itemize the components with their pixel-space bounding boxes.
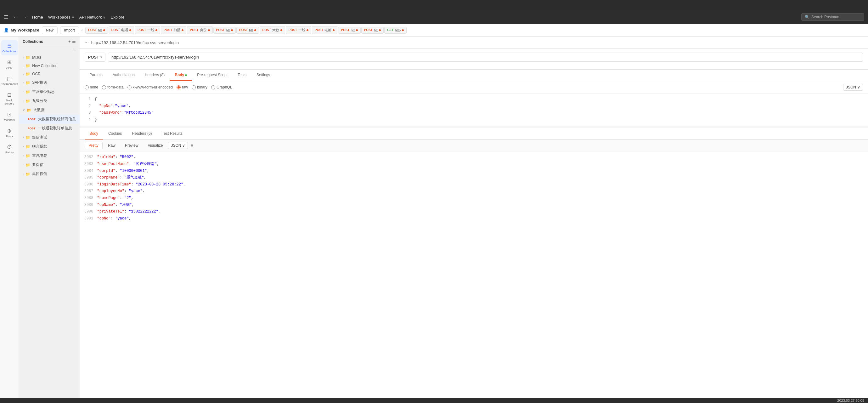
- tree-item-main-unit[interactable]: › 📁 主营单位贴息: [19, 87, 80, 96]
- top-nav: ☰ ← → Home Workspaces ∨ API Network ∨ Ex…: [0, 10, 868, 24]
- chevron-expanded-icon: ∨: [23, 108, 25, 112]
- radio-graphql[interactable]: GraphQL: [211, 85, 232, 89]
- search-bar[interactable]: 🔍 Search Postman: [801, 13, 864, 21]
- tree-item-group-credit[interactable]: › 📁 集团授信: [19, 169, 80, 179]
- sidebar-item-environments[interactable]: ⬚ Environments: [1, 73, 18, 88]
- resp-line-3990: 3990 "privateTel": "15022222222",: [80, 209, 868, 215]
- folder-icon: 📁: [26, 172, 30, 176]
- tree-item-sms-test[interactable]: › 📁 短信测试: [19, 133, 80, 142]
- resp-tab-cookies[interactable]: Cookies: [103, 128, 127, 140]
- tab-scan[interactable]: POST 扫描: [161, 26, 186, 34]
- forward-button[interactable]: →: [23, 14, 27, 20]
- radio-formdata[interactable]: form-data: [102, 85, 123, 89]
- folder-icon: 📁: [26, 64, 30, 68]
- mockservers-icon: ⊟: [7, 92, 11, 98]
- tab-identity[interactable]: POST 身份: [187, 26, 212, 34]
- tab-phone[interactable]: POST 电话: [108, 26, 134, 34]
- chevron-icon: ›: [23, 154, 24, 157]
- folder-icon: 📁: [26, 145, 30, 149]
- tree-item-yaobao[interactable]: › 📁 要保信: [19, 160, 80, 169]
- tab-esign[interactable]: POST 电签: [312, 26, 337, 34]
- url-input[interactable]: [108, 53, 863, 62]
- sidebar-item-apis[interactable]: ⊞ APIs: [1, 57, 18, 72]
- chevron-icon: ›: [23, 56, 24, 60]
- tree-more-options[interactable]: ···: [19, 46, 80, 54]
- workspaces-chevron: ∨: [72, 16, 74, 19]
- sidebar-item-collections[interactable]: ☰ Collections: [1, 40, 18, 55]
- tree-item-yixian-orders[interactable]: POST 一线通获取订单信息: [19, 124, 80, 133]
- radio-binary[interactable]: binary: [192, 85, 208, 89]
- tabs-scroll-left[interactable]: ‹: [82, 28, 83, 32]
- tab-htt-1[interactable]: POST htt: [85, 27, 107, 34]
- tree-item-new-collection[interactable]: › 📁 New Collection: [19, 62, 80, 70]
- back-button[interactable]: ←: [13, 14, 18, 20]
- sidebar-item-mockservers[interactable]: ⊟ Mock Servers: [1, 89, 18, 108]
- tree-item-mdg[interactable]: › 📁 MDG: [19, 54, 80, 62]
- content-area: ··· http://192.168.42.54:7019/mftcc-sys-…: [80, 36, 868, 398]
- request-body-editor[interactable]: 1 { 2 "opNo":"yace", 3 "password":"Mftcc…: [80, 94, 868, 126]
- resp-tab-body[interactable]: Body: [85, 128, 103, 140]
- api-network-link[interactable]: API Network ∨: [79, 15, 106, 20]
- wrap-button[interactable]: ≡: [190, 143, 193, 148]
- tab-yixian[interactable]: POST 一线: [135, 26, 160, 34]
- title-bar: [0, 0, 868, 10]
- response-body-content: 3982 "roleNo": "R002", 3983 "userPostNam…: [80, 151, 868, 398]
- new-button[interactable]: New: [42, 26, 58, 34]
- menu-icon[interactable]: ☰: [4, 14, 8, 20]
- workspace-bar: 👤 My Workspace New Import ‹ POST htt POS…: [0, 24, 868, 36]
- tab-prerequest[interactable]: Pre-request Script: [192, 69, 232, 81]
- json-chevron-icon: ∨: [182, 143, 185, 148]
- request-tab-bar: Params Authorization Headers (8) Body Pr…: [80, 69, 868, 81]
- collections-tree: Collections + ☰ ··· › 📁 MDG › 📁 New Co: [19, 36, 80, 398]
- format-visualize-button[interactable]: Visualize: [144, 142, 167, 149]
- resp-tab-testresults[interactable]: Test Results: [157, 128, 188, 140]
- tree-item-sap[interactable]: › 📁 SAP推送: [19, 78, 80, 87]
- tab-headers[interactable]: Headers (8): [140, 69, 169, 81]
- folder-icon: 📁: [26, 90, 30, 94]
- tab-get-http[interactable]: GET http: [384, 27, 407, 34]
- sidebar-item-history[interactable]: ⏱ History: [1, 142, 18, 156]
- list-view-button[interactable]: ☰: [72, 39, 76, 44]
- home-link[interactable]: Home: [32, 15, 43, 20]
- format-pretty-button[interactable]: Pretty: [85, 142, 102, 149]
- tab-settings[interactable]: Settings: [251, 69, 275, 81]
- import-button[interactable]: Import: [60, 26, 79, 34]
- tab-body[interactable]: Body: [169, 69, 192, 81]
- tree-item-bigdata-folder[interactable]: ∨ 📂 大数据: [19, 105, 80, 115]
- method-dropdown[interactable]: POST ▾: [85, 53, 105, 62]
- radio-none[interactable]: none: [85, 85, 98, 89]
- explore-link[interactable]: Explore: [111, 15, 124, 20]
- json-format-dropdown[interactable]: JSON ∨: [843, 84, 863, 91]
- chevron-icon: ›: [23, 145, 24, 148]
- code-line-3: 3 "password":"Mftcc@12345": [85, 110, 863, 117]
- sidebar-item-monitors[interactable]: ⊡ Monitors: [1, 109, 18, 124]
- resp-tab-headers[interactable]: Headers (6): [127, 128, 157, 140]
- response-json-format[interactable]: JSON ∨: [168, 142, 188, 149]
- tab-htt-2[interactable]: POST htt: [213, 27, 236, 34]
- tree-item-zhongqi-esign[interactable]: › 📁 重汽电签: [19, 151, 80, 160]
- resp-line-3986: 3986 "loginDateTime": "2023-03-28 05:28:…: [80, 181, 868, 188]
- workspaces-link[interactable]: Workspaces ∨: [48, 15, 74, 20]
- tab-params[interactable]: Params: [85, 69, 107, 81]
- tab-htt-3[interactable]: POST htt: [236, 27, 259, 34]
- add-collection-button[interactable]: +: [68, 39, 71, 44]
- more-options-button[interactable]: ···: [85, 40, 89, 45]
- tab-htt-4[interactable]: POST htt: [338, 27, 360, 34]
- sidebar-item-flows[interactable]: ⊕ Flows: [1, 125, 18, 141]
- tab-bigdata[interactable]: POST 大数: [260, 26, 285, 34]
- radio-raw[interactable]: raw: [177, 85, 188, 89]
- tree-item-nine-class[interactable]: › 📁 九级分类: [19, 96, 80, 105]
- tab-tests[interactable]: Tests: [232, 69, 251, 81]
- collections-icon: ☰: [7, 43, 12, 49]
- response-tab-bar: Body Cookies Headers (6) Test Results: [80, 128, 868, 140]
- tab-authorization[interactable]: Authorization: [107, 69, 140, 81]
- resp-line-3983: 3983 "userPostName": "客户经理南",: [80, 161, 868, 168]
- tab-yixian2[interactable]: POST 一线: [286, 26, 311, 34]
- format-preview-button[interactable]: Preview: [121, 142, 143, 149]
- format-raw-button[interactable]: Raw: [104, 142, 120, 149]
- tab-htt-5[interactable]: POST htt: [361, 27, 384, 34]
- radio-urlencoded[interactable]: x-www-form-urlencoded: [127, 85, 173, 89]
- tree-item-bigdata-dealers[interactable]: POST 大数据获取经销商信息: [19, 115, 80, 124]
- tree-item-joint-loan[interactable]: › 📁 联合贷款: [19, 142, 80, 151]
- tree-item-ocr[interactable]: › 📁 OCR: [19, 70, 80, 78]
